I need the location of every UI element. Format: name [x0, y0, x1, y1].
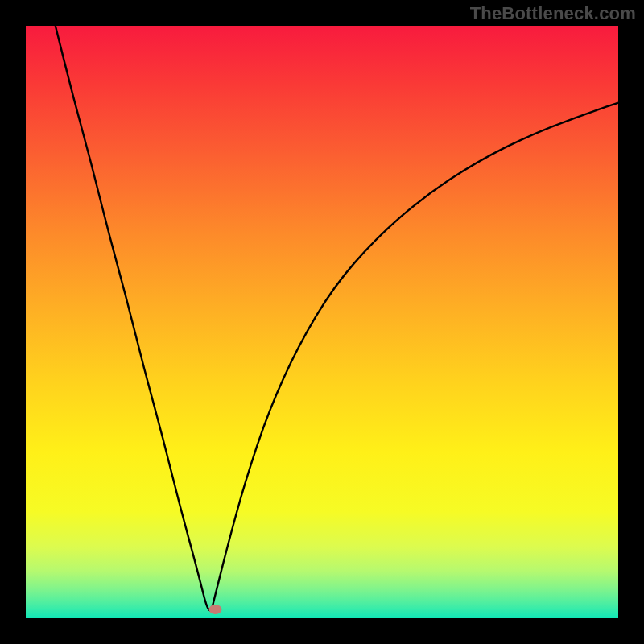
- optimum-marker: [209, 605, 222, 614]
- gradient-background: [26, 26, 618, 618]
- bottleneck-chart: [26, 26, 618, 618]
- chart-frame: TheBottleneck.com: [0, 0, 644, 644]
- watermark-text: TheBottleneck.com: [470, 3, 636, 24]
